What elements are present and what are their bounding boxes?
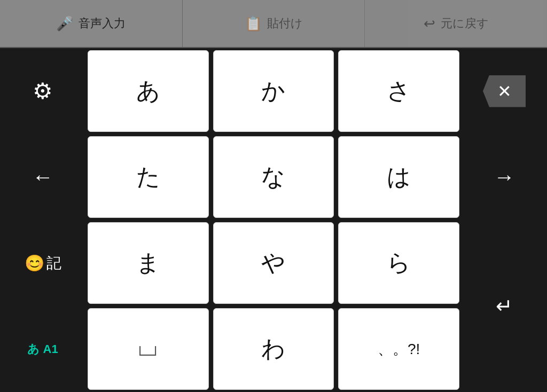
- arrow-right-key[interactable]: →: [464, 136, 545, 218]
- key-wa[interactable]: わ: [213, 308, 334, 390]
- voice-input-button[interactable]: 🎤 音声入力: [0, 0, 183, 47]
- undo-label: 元に戻す: [441, 15, 489, 32]
- undo-icon: ↩: [424, 15, 435, 32]
- key-na[interactable]: な: [213, 136, 334, 218]
- settings-key[interactable]: ⚙: [2, 50, 83, 132]
- voice-input-label: 音声入力: [79, 15, 126, 32]
- arrow-left-key[interactable]: ←: [2, 136, 83, 218]
- key-ka[interactable]: か: [213, 50, 334, 132]
- gear-icon: ⚙: [33, 78, 53, 104]
- paste-button[interactable]: 📋 貼付け: [183, 0, 365, 47]
- key-ya[interactable]: や: [213, 222, 334, 304]
- key-ta[interactable]: た: [88, 136, 209, 218]
- key-a[interactable]: あ: [88, 50, 209, 132]
- key-ra[interactable]: ら: [338, 222, 459, 304]
- arrow-left-icon: ←: [32, 165, 53, 189]
- punctuation-key[interactable]: 、。?!: [338, 308, 459, 390]
- emoji-symbols-key[interactable]: 😊 記: [2, 222, 83, 304]
- keyboard: ⚙ あ か さ ✕ ← た な は → 😊 記 ま や ら ↵: [0, 48, 547, 392]
- key-ma[interactable]: ま: [88, 222, 209, 304]
- language-label: あ A1: [27, 341, 58, 357]
- clipboard-icon: 📋: [245, 15, 262, 32]
- undo-button[interactable]: ↩ 元に戻す: [365, 0, 547, 47]
- enter-icon: ↵: [496, 294, 513, 318]
- enter-key[interactable]: ↵: [464, 222, 545, 390]
- delete-key[interactable]: ✕: [464, 50, 545, 132]
- key-sa[interactable]: さ: [338, 50, 459, 132]
- space-key[interactable]: ⌴: [88, 308, 209, 390]
- key-ha[interactable]: は: [338, 136, 459, 218]
- microphone-icon: 🎤: [56, 15, 73, 32]
- emoji-icon: 😊: [25, 254, 44, 272]
- language-toggle-key[interactable]: あ A1: [2, 308, 83, 390]
- symbols-label: 記: [46, 253, 61, 273]
- toolbar: 🎤 音声入力 📋 貼付け ↩ 元に戻す: [0, 0, 547, 48]
- paste-label: 貼付け: [267, 15, 303, 32]
- delete-icon: ✕: [497, 81, 512, 101]
- arrow-right-icon: →: [494, 165, 515, 189]
- space-icon: ⌴: [138, 338, 158, 360]
- delete-badge: ✕: [483, 75, 526, 107]
